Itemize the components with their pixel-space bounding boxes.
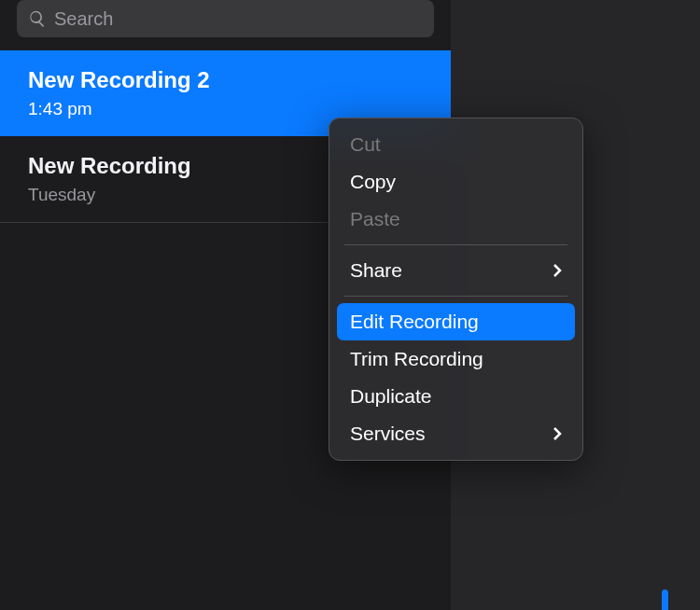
search-input[interactable]: Search	[17, 0, 434, 37]
menu-separator	[344, 296, 567, 297]
search-icon	[28, 9, 47, 28]
chevron-right-icon	[553, 263, 562, 278]
recording-title: New Recording 2	[28, 67, 430, 93]
context-menu: Cut Copy Paste Share Edit Recording Trim…	[329, 118, 583, 461]
search-placeholder: Search	[54, 8, 113, 30]
menu-separator	[344, 244, 567, 245]
menu-item-services[interactable]: Services	[329, 415, 582, 452]
menu-item-edit-recording[interactable]: Edit Recording	[337, 303, 575, 340]
menu-item-copy[interactable]: Copy	[329, 163, 582, 201]
menu-item-trim-recording[interactable]: Trim Recording	[329, 340, 582, 378]
menu-item-share[interactable]: Share	[329, 252, 582, 289]
chevron-right-icon	[553, 426, 562, 441]
menu-item-duplicate[interactable]: Duplicate	[329, 378, 582, 415]
playhead-indicator[interactable]	[662, 589, 668, 610]
menu-item-paste[interactable]: Paste	[329, 201, 582, 238]
search-container: Search	[0, 0, 451, 50]
recording-time: 1:43 pm	[28, 99, 430, 119]
menu-item-cut[interactable]: Cut	[329, 126, 582, 163]
